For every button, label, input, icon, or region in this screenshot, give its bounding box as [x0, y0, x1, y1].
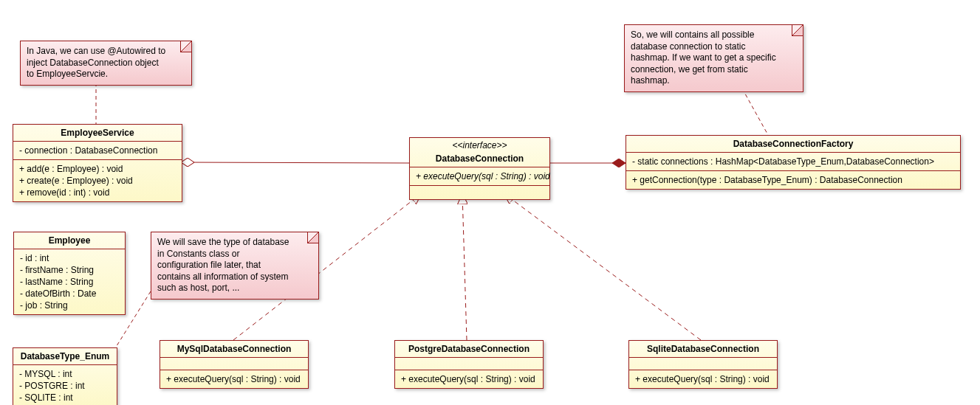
operation: + executeQuery(sql : String) : void [416, 170, 544, 182]
note-line: connection, we get from static [631, 64, 797, 76]
class-sqlite-database-connection: SqliteDatabaseConnection + executeQuery(… [628, 340, 778, 389]
class-database-connection-factory: DatabaseConnectionFactory - static conne… [626, 135, 961, 190]
operation: + add(e : Employee) : void [19, 163, 176, 175]
empty-section [410, 186, 549, 199]
note-fold-icon [180, 41, 191, 52]
note-db-type-config: We will save the type of database in Con… [151, 232, 319, 300]
class-title: MySqlDatabaseConnection [160, 341, 308, 358]
class-attributes: - static connections : HashMap<DatabaseT… [626, 153, 960, 171]
class-database-type-enum: DatabaseType_Enum - MYSQL : int - POSTGR… [13, 347, 117, 405]
attribute: - dateOfBirth : Date [20, 288, 119, 300]
class-operations: + getConnection(type : DatabaseType_Enum… [626, 171, 960, 189]
class-operations: + executeQuery(sql : String) : void [629, 370, 777, 388]
operation: + getConnection(type : DatabaseType_Enum… [632, 174, 954, 186]
empty-section [629, 358, 777, 370]
attribute: - POSTGRE : int [19, 380, 111, 392]
class-operations: + executeQuery(sql : String) : void [160, 370, 308, 388]
attribute: - firstName : String [20, 264, 119, 276]
class-title: SqliteDatabaseConnection [629, 341, 777, 358]
attribute: - job : String [20, 300, 119, 311]
note-line: So, we will contains all possible [631, 30, 797, 41]
class-operations: + executeQuery(sql : String) : void [410, 167, 549, 186]
svg-line-7 [504, 193, 701, 340]
operation: + executeQuery(sql : String) : void [635, 373, 771, 385]
note-line: hashmap. [631, 75, 797, 87]
stereotype: <<interface>> [410, 138, 549, 150]
class-attributes: - connection : DatabaseConnection [13, 142, 182, 160]
class-attributes: - id : int - firstName : String - lastNa… [14, 249, 125, 314]
operation: + executeQuery(sql : String) : void [166, 373, 302, 385]
attribute: - static connections : HashMap<DatabaseT… [632, 156, 954, 167]
class-employee-service: EmployeeService - connection : DatabaseC… [13, 124, 182, 202]
note-line: configuration file later, that [157, 260, 312, 271]
operation: + remove(id : int) : void [19, 187, 176, 198]
svg-line-6 [462, 193, 467, 340]
empty-section [160, 358, 308, 370]
note-line: such as host, port, ... [157, 283, 312, 294]
empty-section [395, 358, 543, 370]
class-employee: Employee - id : int - firstName : String… [13, 232, 126, 315]
class-title: Employee [14, 232, 125, 249]
diagram-canvas: In Java, we can use @Autowired to inject… [0, 0, 980, 405]
note-fold-icon [307, 232, 318, 243]
attribute: - MYSQL : int [19, 368, 111, 380]
attribute: - SQLITE : int [19, 392, 111, 404]
class-title: EmployeeService [13, 125, 182, 142]
class-title: PostgreDatabaseConnection [395, 341, 543, 358]
note-autowired: In Java, we can use @Autowired to inject… [20, 41, 192, 86]
class-title: DatabaseType_Enum [13, 348, 117, 365]
class-mysql-database-connection: MySqlDatabaseConnection + executeQuery(s… [160, 340, 309, 389]
note-line: inject DatabaseConnection object [27, 58, 185, 69]
note-line: In Java, we can use @Autowired to [27, 46, 185, 58]
class-operations: + executeQuery(sql : String) : void [395, 370, 543, 388]
note-line: hashmap. If we want to get a specific [631, 52, 797, 64]
class-operations: + add(e : Employee) : void + create(e : … [13, 160, 182, 201]
note-fold-icon [792, 25, 803, 36]
svg-line-1 [742, 89, 768, 135]
class-attributes: - MYSQL : int - POSTGRE : int - SQLITE :… [13, 365, 117, 405]
attribute: - id : int [20, 252, 119, 264]
class-postgre-database-connection: PostgreDatabaseConnection + executeQuery… [394, 340, 544, 389]
operation: + executeQuery(sql : String) : void [401, 373, 537, 385]
note-line: in Constants class or [157, 249, 312, 260]
class-title: DatabaseConnection [410, 150, 549, 167]
attribute: - lastName : String [20, 276, 119, 288]
note-line: contains all information of system [157, 271, 312, 283]
note-line: database connection to static [631, 41, 797, 53]
note-line: We will save the type of database [157, 237, 312, 249]
note-line: to EmployeeServcie. [27, 69, 185, 80]
attribute: - connection : DatabaseConnection [19, 145, 176, 156]
interface-database-connection: <<interface>> DatabaseConnection + execu… [409, 137, 550, 200]
svg-line-3 [181, 162, 409, 163]
class-title: DatabaseConnectionFactory [626, 136, 960, 153]
operation: + create(e : Employee) : void [19, 175, 176, 187]
note-factory-hashmap: So, we will contains all possible databa… [624, 24, 803, 92]
